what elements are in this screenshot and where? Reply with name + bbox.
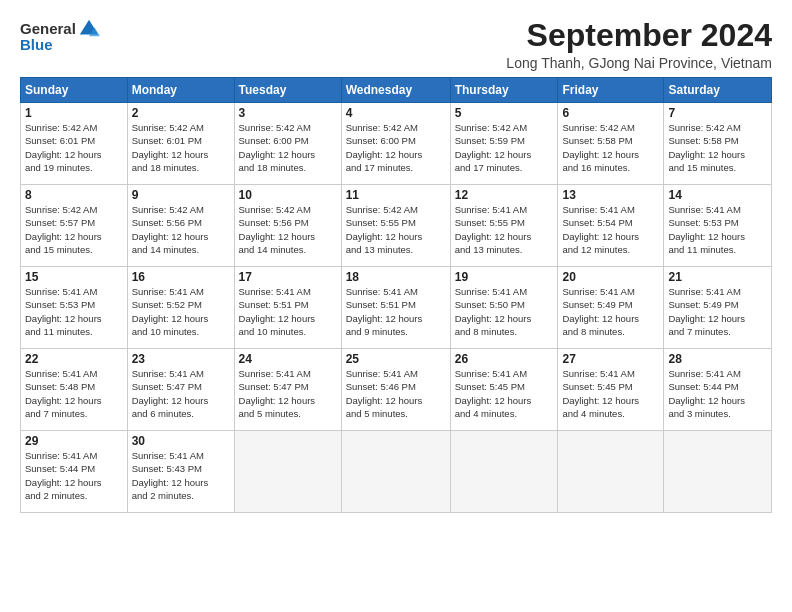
day-number: 8	[25, 188, 123, 202]
table-row: 10Sunrise: 5:42 AM Sunset: 5:56 PM Dayli…	[234, 185, 341, 267]
day-info: Sunrise: 5:42 AM Sunset: 6:01 PM Dayligh…	[25, 121, 123, 174]
day-info: Sunrise: 5:42 AM Sunset: 6:01 PM Dayligh…	[132, 121, 230, 174]
day-info: Sunrise: 5:41 AM Sunset: 5:51 PM Dayligh…	[239, 285, 337, 338]
table-row: 16Sunrise: 5:41 AM Sunset: 5:52 PM Dayli…	[127, 267, 234, 349]
table-row: 24Sunrise: 5:41 AM Sunset: 5:47 PM Dayli…	[234, 349, 341, 431]
table-row	[234, 431, 341, 513]
day-info: Sunrise: 5:41 AM Sunset: 5:53 PM Dayligh…	[25, 285, 123, 338]
table-row	[341, 431, 450, 513]
day-info: Sunrise: 5:41 AM Sunset: 5:52 PM Dayligh…	[132, 285, 230, 338]
calendar-week-row: 29Sunrise: 5:41 AM Sunset: 5:44 PM Dayli…	[21, 431, 772, 513]
calendar-week-row: 22Sunrise: 5:41 AM Sunset: 5:48 PM Dayli…	[21, 349, 772, 431]
day-number: 29	[25, 434, 123, 448]
day-number: 6	[562, 106, 659, 120]
table-row: 8Sunrise: 5:42 AM Sunset: 5:57 PM Daylig…	[21, 185, 128, 267]
table-row: 29Sunrise: 5:41 AM Sunset: 5:44 PM Dayli…	[21, 431, 128, 513]
day-info: Sunrise: 5:41 AM Sunset: 5:47 PM Dayligh…	[239, 367, 337, 420]
month-title: September 2024	[506, 18, 772, 53]
table-row: 13Sunrise: 5:41 AM Sunset: 5:54 PM Dayli…	[558, 185, 664, 267]
day-info: Sunrise: 5:42 AM Sunset: 5:58 PM Dayligh…	[668, 121, 767, 174]
day-info: Sunrise: 5:41 AM Sunset: 5:49 PM Dayligh…	[668, 285, 767, 338]
day-number: 1	[25, 106, 123, 120]
col-sunday: Sunday	[21, 78, 128, 103]
logo: General Blue	[20, 18, 100, 54]
logo-icon	[78, 18, 100, 40]
day-info: Sunrise: 5:41 AM Sunset: 5:46 PM Dayligh…	[346, 367, 446, 420]
header: General Blue September 2024 Long Thanh, …	[20, 18, 772, 71]
table-row: 6Sunrise: 5:42 AM Sunset: 5:58 PM Daylig…	[558, 103, 664, 185]
day-number: 22	[25, 352, 123, 366]
day-info: Sunrise: 5:41 AM Sunset: 5:48 PM Dayligh…	[25, 367, 123, 420]
table-row	[558, 431, 664, 513]
table-row	[664, 431, 772, 513]
day-info: Sunrise: 5:41 AM Sunset: 5:49 PM Dayligh…	[562, 285, 659, 338]
table-row: 17Sunrise: 5:41 AM Sunset: 5:51 PM Dayli…	[234, 267, 341, 349]
table-row: 2Sunrise: 5:42 AM Sunset: 6:01 PM Daylig…	[127, 103, 234, 185]
day-number: 28	[668, 352, 767, 366]
table-row: 12Sunrise: 5:41 AM Sunset: 5:55 PM Dayli…	[450, 185, 558, 267]
day-number: 12	[455, 188, 554, 202]
table-row: 5Sunrise: 5:42 AM Sunset: 5:59 PM Daylig…	[450, 103, 558, 185]
table-row: 22Sunrise: 5:41 AM Sunset: 5:48 PM Dayli…	[21, 349, 128, 431]
table-row: 11Sunrise: 5:42 AM Sunset: 5:55 PM Dayli…	[341, 185, 450, 267]
day-info: Sunrise: 5:42 AM Sunset: 5:58 PM Dayligh…	[562, 121, 659, 174]
table-row: 30Sunrise: 5:41 AM Sunset: 5:43 PM Dayli…	[127, 431, 234, 513]
table-row: 7Sunrise: 5:42 AM Sunset: 5:58 PM Daylig…	[664, 103, 772, 185]
table-row: 3Sunrise: 5:42 AM Sunset: 6:00 PM Daylig…	[234, 103, 341, 185]
day-info: Sunrise: 5:41 AM Sunset: 5:50 PM Dayligh…	[455, 285, 554, 338]
day-number: 25	[346, 352, 446, 366]
table-row: 21Sunrise: 5:41 AM Sunset: 5:49 PM Dayli…	[664, 267, 772, 349]
day-number: 17	[239, 270, 337, 284]
day-info: Sunrise: 5:42 AM Sunset: 5:55 PM Dayligh…	[346, 203, 446, 256]
day-info: Sunrise: 5:41 AM Sunset: 5:45 PM Dayligh…	[562, 367, 659, 420]
day-number: 13	[562, 188, 659, 202]
table-row: 20Sunrise: 5:41 AM Sunset: 5:49 PM Dayli…	[558, 267, 664, 349]
table-row: 27Sunrise: 5:41 AM Sunset: 5:45 PM Dayli…	[558, 349, 664, 431]
day-info: Sunrise: 5:41 AM Sunset: 5:44 PM Dayligh…	[668, 367, 767, 420]
table-row: 25Sunrise: 5:41 AM Sunset: 5:46 PM Dayli…	[341, 349, 450, 431]
page: General Blue September 2024 Long Thanh, …	[0, 0, 792, 523]
table-row: 15Sunrise: 5:41 AM Sunset: 5:53 PM Dayli…	[21, 267, 128, 349]
col-tuesday: Tuesday	[234, 78, 341, 103]
day-number: 26	[455, 352, 554, 366]
day-info: Sunrise: 5:41 AM Sunset: 5:45 PM Dayligh…	[455, 367, 554, 420]
title-block: September 2024 Long Thanh, GJong Nai Pro…	[506, 18, 772, 71]
day-number: 15	[25, 270, 123, 284]
day-number: 10	[239, 188, 337, 202]
table-row: 9Sunrise: 5:42 AM Sunset: 5:56 PM Daylig…	[127, 185, 234, 267]
col-monday: Monday	[127, 78, 234, 103]
col-thursday: Thursday	[450, 78, 558, 103]
table-row: 18Sunrise: 5:41 AM Sunset: 5:51 PM Dayli…	[341, 267, 450, 349]
calendar-week-row: 8Sunrise: 5:42 AM Sunset: 5:57 PM Daylig…	[21, 185, 772, 267]
col-wednesday: Wednesday	[341, 78, 450, 103]
day-info: Sunrise: 5:41 AM Sunset: 5:51 PM Dayligh…	[346, 285, 446, 338]
day-info: Sunrise: 5:42 AM Sunset: 5:56 PM Dayligh…	[132, 203, 230, 256]
table-row: 14Sunrise: 5:41 AM Sunset: 5:53 PM Dayli…	[664, 185, 772, 267]
subtitle: Long Thanh, GJong Nai Province, Vietnam	[506, 55, 772, 71]
day-number: 20	[562, 270, 659, 284]
calendar-table: Sunday Monday Tuesday Wednesday Thursday…	[20, 77, 772, 513]
day-number: 30	[132, 434, 230, 448]
day-info: Sunrise: 5:41 AM Sunset: 5:43 PM Dayligh…	[132, 449, 230, 502]
day-number: 21	[668, 270, 767, 284]
day-number: 14	[668, 188, 767, 202]
calendar-week-row: 15Sunrise: 5:41 AM Sunset: 5:53 PM Dayli…	[21, 267, 772, 349]
day-number: 19	[455, 270, 554, 284]
table-row: 23Sunrise: 5:41 AM Sunset: 5:47 PM Dayli…	[127, 349, 234, 431]
calendar-week-row: 1Sunrise: 5:42 AM Sunset: 6:01 PM Daylig…	[21, 103, 772, 185]
day-info: Sunrise: 5:41 AM Sunset: 5:47 PM Dayligh…	[132, 367, 230, 420]
day-number: 2	[132, 106, 230, 120]
table-row: 19Sunrise: 5:41 AM Sunset: 5:50 PM Dayli…	[450, 267, 558, 349]
day-number: 18	[346, 270, 446, 284]
day-number: 4	[346, 106, 446, 120]
day-number: 7	[668, 106, 767, 120]
table-row: 4Sunrise: 5:42 AM Sunset: 6:00 PM Daylig…	[341, 103, 450, 185]
day-info: Sunrise: 5:42 AM Sunset: 6:00 PM Dayligh…	[346, 121, 446, 174]
day-info: Sunrise: 5:41 AM Sunset: 5:53 PM Dayligh…	[668, 203, 767, 256]
day-info: Sunrise: 5:41 AM Sunset: 5:44 PM Dayligh…	[25, 449, 123, 502]
day-info: Sunrise: 5:42 AM Sunset: 5:57 PM Dayligh…	[25, 203, 123, 256]
table-row	[450, 431, 558, 513]
day-number: 24	[239, 352, 337, 366]
table-row: 26Sunrise: 5:41 AM Sunset: 5:45 PM Dayli…	[450, 349, 558, 431]
day-number: 27	[562, 352, 659, 366]
